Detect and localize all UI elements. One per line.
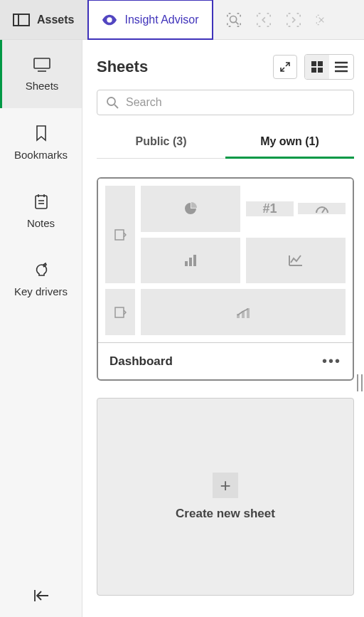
insight-icon — [102, 12, 117, 28]
preview-combo-icon — [141, 289, 346, 335]
svg-rect-29 — [115, 307, 124, 317]
main-header: Sheets — [97, 54, 354, 80]
tab-public[interactable]: Public (3) — [97, 128, 225, 158]
sheet-name: Dashboard — [109, 354, 173, 369]
sheets-icon — [33, 57, 51, 73]
assets-label: Assets — [37, 14, 74, 26]
preview-pie-icon — [141, 186, 240, 232]
sheet-preview: #1 — [98, 179, 353, 342]
svg-line-25 — [322, 209, 325, 213]
sidebar-item-sheets[interactable]: Sheets — [0, 40, 82, 108]
sheet-card-dashboard[interactable]: #1 Dashboard — [97, 177, 354, 381]
svg-rect-24 — [115, 230, 124, 240]
topbar-tool-icons — [213, 0, 364, 39]
svg-rect-18 — [318, 68, 323, 73]
create-new-sheet-card[interactable]: + Create new sheet — [97, 398, 354, 596]
bookmark-icon — [35, 125, 48, 142]
preview-bar-icon — [141, 238, 240, 284]
sheet-card-footer: Dashboard ••• — [98, 342, 353, 379]
collapse-sidebar-button[interactable] — [0, 589, 82, 603]
main-panel: Sheets Public (3) My — [82, 40, 364, 617]
svg-point-3 — [230, 16, 236, 22]
panel-icon — [13, 14, 30, 26]
sidebar-label: Key drivers — [14, 285, 68, 297]
svg-rect-15 — [311, 61, 316, 66]
svg-rect-27 — [189, 258, 192, 266]
preview-kpi-label: #1 — [246, 201, 294, 216]
svg-rect-7 — [34, 58, 50, 68]
search-icon — [106, 96, 119, 109]
sheet-more-button[interactable]: ••• — [322, 353, 341, 369]
page-title: Sheets — [97, 58, 148, 76]
preview-filter-icon — [105, 186, 135, 283]
svg-line-23 — [114, 105, 118, 108]
preview-gauge-icon — [298, 203, 346, 214]
preview-kpi-row: #1 — [246, 186, 346, 232]
expand-icon — [279, 61, 291, 73]
step-forward-icon[interactable] — [286, 12, 301, 28]
svg-rect-9 — [36, 196, 47, 209]
view-toggle — [304, 54, 354, 80]
key-drivers-icon — [33, 261, 50, 278]
sheet-tabs: Public (3) My own (1) — [97, 128, 354, 159]
svg-point-22 — [107, 97, 115, 105]
svg-rect-17 — [311, 68, 316, 73]
insight-label: Insight Advisor — [124, 14, 198, 26]
sidebar-label: Bookmarks — [14, 149, 68, 161]
header-actions — [273, 54, 354, 80]
list-view-button[interactable] — [329, 55, 353, 79]
svg-point-2 — [109, 19, 112, 21]
collapse-icon — [33, 589, 50, 603]
sidebar-item-bookmarks[interactable]: Bookmarks — [0, 108, 82, 176]
search-input[interactable] — [126, 96, 345, 109]
insight-advisor-button[interactable]: Insight Advisor — [87, 0, 213, 40]
list-icon — [334, 61, 348, 73]
svg-rect-16 — [318, 61, 323, 66]
svg-rect-26 — [185, 261, 188, 266]
sidebar-label: Sheets — [26, 80, 59, 92]
grid-icon — [311, 60, 323, 73]
sidebar-item-key-drivers[interactable]: Key drivers — [0, 245, 82, 313]
search-box[interactable] — [97, 90, 354, 115]
sidebar: Sheets Bookmarks Notes Key drivers — [0, 40, 82, 617]
grid-view-button[interactable] — [305, 55, 329, 79]
create-label: Create new sheet — [176, 507, 275, 521]
plus-icon: + — [213, 473, 238, 498]
svg-rect-0 — [14, 14, 29, 26]
assets-button[interactable]: Assets — [0, 0, 87, 39]
svg-rect-28 — [193, 255, 196, 266]
preview-filter-icon-2 — [105, 289, 135, 335]
svg-line-4 — [235, 21, 238, 24]
preview-line-icon — [246, 238, 346, 284]
tab-my-own[interactable]: My own (1) — [225, 128, 354, 158]
step-back-icon[interactable] — [256, 12, 272, 28]
sidebar-label: Notes — [27, 217, 55, 229]
clear-selection-icon[interactable] — [316, 12, 327, 28]
selection-search-icon[interactable] — [226, 12, 242, 28]
sidebar-item-notes[interactable]: Notes — [0, 176, 82, 245]
expand-button[interactable] — [273, 55, 297, 79]
body-wrap: Sheets Bookmarks Notes Key drivers Sheet… — [0, 40, 364, 617]
topbar: Assets Insight Advisor — [0, 0, 364, 40]
panel-resize-handle[interactable] — [357, 374, 363, 391]
notes-icon — [33, 193, 49, 210]
